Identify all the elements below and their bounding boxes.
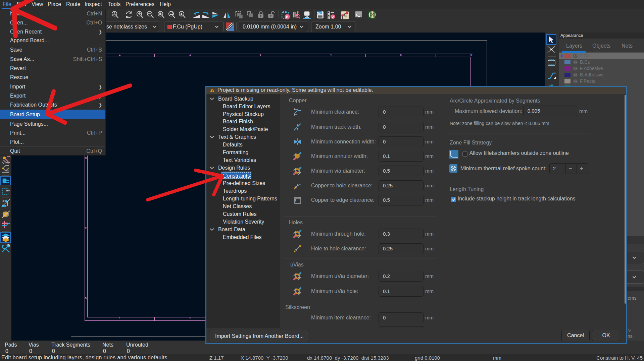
svg-text:A: A [113, 12, 115, 16]
svg-text:NET: NET [317, 12, 322, 14]
